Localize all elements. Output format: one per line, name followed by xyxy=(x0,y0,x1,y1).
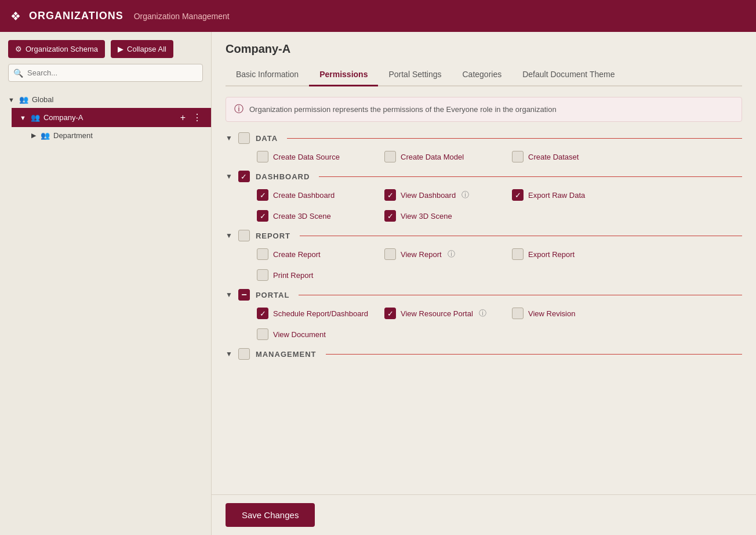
sidebar-item-global[interactable]: ▼ 👥 Global xyxy=(0,91,211,108)
tab-categories[interactable]: Categories xyxy=(452,64,513,86)
section-dashboard-items: ✓ Create Dashboard ✓ View Dashboard ⓘ ✓ xyxy=(226,189,742,222)
checkbox-view-revision[interactable] xyxy=(512,308,524,319)
list-item: Create Report xyxy=(257,248,384,260)
list-item: View Document xyxy=(257,328,384,340)
company-a-label: Company-A xyxy=(43,113,83,122)
page-title: Company-A xyxy=(226,42,742,56)
section-portal: ▼ − PORTAL ✓ Schedule Report/Dashboard xyxy=(226,289,742,340)
section-portal-chevron[interactable]: ▼ xyxy=(226,291,232,299)
save-changes-button[interactable]: Save Changes xyxy=(226,503,315,527)
list-item: View Report ⓘ xyxy=(384,248,512,260)
check-icon: ✓ xyxy=(387,191,394,200)
list-item: ✓ View 3D Scene xyxy=(384,210,512,222)
topbar-subtitle: Organization Management xyxy=(134,12,230,21)
info-circle-icon[interactable]: ⓘ xyxy=(461,190,469,200)
checkbox-create-data-model[interactable] xyxy=(384,151,396,162)
list-item: ✓ View Resource Portal ⓘ xyxy=(384,308,512,319)
global-label: Global xyxy=(32,95,54,104)
checkbox-create-data-source[interactable] xyxy=(257,151,268,162)
section-dashboard-checkbox[interactable]: ✓ xyxy=(238,171,250,182)
checkbox-schedule-report-dashboard[interactable]: ✓ xyxy=(257,308,268,319)
list-item: Create Dataset xyxy=(512,151,639,162)
collapse-icon: ▶ xyxy=(118,45,123,53)
content-area: Company-A Basic Information Permissions … xyxy=(212,32,756,535)
check-icon: ✓ xyxy=(515,191,521,200)
checkbox-view-dashboard[interactable]: ✓ xyxy=(384,189,396,201)
info-circle-icon: ⓘ xyxy=(234,103,243,115)
section-data: ▼ DATA Create Data Source Create Data Mo… xyxy=(226,132,742,162)
checkbox-create-report[interactable] xyxy=(257,248,268,260)
search-icon: 🔍 xyxy=(13,68,23,78)
tab-portal-settings[interactable]: Portal Settings xyxy=(378,64,452,86)
label-view-report: View Report xyxy=(401,250,442,259)
checkbox-view-3d-scene[interactable]: ✓ xyxy=(384,210,396,222)
label-export-raw-data: Export Raw Data xyxy=(528,191,585,200)
checkbox-create-dashboard[interactable]: ✓ xyxy=(257,189,268,201)
section-portal-label: PORTAL xyxy=(256,291,289,299)
list-item: Export Report xyxy=(512,248,639,260)
label-create-dashboard: Create Dashboard xyxy=(273,191,335,200)
checkbox-view-document[interactable] xyxy=(257,328,268,340)
org-node-icon: 👥 xyxy=(19,95,28,104)
collapse-all-button[interactable]: ▶ Collapse All xyxy=(111,40,173,58)
label-view-dashboard: View Dashboard xyxy=(401,191,456,200)
section-report-label: REPORT xyxy=(256,232,290,240)
checkbox-create-3d-scene[interactable]: ✓ xyxy=(257,210,268,222)
list-item: ✓ Schedule Report/Dashboard xyxy=(257,308,384,319)
search-input[interactable] xyxy=(8,64,203,82)
check-icon: ✓ xyxy=(241,172,247,181)
tab-default-document-theme[interactable]: Default Document Theme xyxy=(512,64,625,86)
checkbox-view-resource-portal[interactable]: ✓ xyxy=(384,308,396,319)
section-dashboard-chevron[interactable]: ▼ xyxy=(226,172,232,180)
list-item: ✓ Create Dashboard xyxy=(257,189,384,201)
chevron-icon: ▶ xyxy=(31,132,36,139)
org-node-icon: 👥 xyxy=(31,113,40,122)
section-management-chevron[interactable]: ▼ xyxy=(226,350,232,358)
chevron-icon: ▼ xyxy=(20,114,26,121)
organization-schema-button[interactable]: ⚙ Organization Schema xyxy=(8,40,105,58)
label-view-resource-portal: View Resource Portal xyxy=(401,309,473,318)
list-item: ✓ Create 3D Scene xyxy=(257,210,384,222)
check-icon: ✓ xyxy=(387,212,394,220)
tab-permissions[interactable]: Permissions xyxy=(309,64,378,86)
org-icon: ❖ xyxy=(10,9,21,23)
section-data-chevron[interactable]: ▼ xyxy=(226,134,232,142)
checkbox-create-dataset[interactable] xyxy=(512,151,524,162)
label-export-report: Export Report xyxy=(528,250,575,259)
section-dashboard-label: DASHBOARD xyxy=(256,172,310,181)
info-circle-icon[interactable]: ⓘ xyxy=(479,308,486,319)
check-icon: ✓ xyxy=(260,191,266,200)
list-item: ✓ Export Raw Data xyxy=(512,189,639,201)
label-view-3d-scene: View 3D Scene xyxy=(401,212,452,220)
sidebar-item-department[interactable]: ▶ 👥 Department xyxy=(23,127,211,144)
section-report-items: Create Report View Report ⓘ Export Repor… xyxy=(226,248,742,281)
department-label: Department xyxy=(53,131,93,140)
label-create-report: Create Report xyxy=(273,250,321,259)
topbar: ❖ ORGANIZATIONS Organization Management xyxy=(0,0,756,32)
sidebar-item-company-a[interactable]: ▼ 👥 Company-A + ⋮ xyxy=(12,108,211,127)
sidebar: ⚙ Organization Schema ▶ Collapse All 🔍 ▼… xyxy=(0,32,212,535)
section-data-items: Create Data Source Create Data Model Cre… xyxy=(226,151,742,162)
section-data-checkbox[interactable] xyxy=(238,132,250,144)
checkbox-export-report[interactable] xyxy=(512,248,524,260)
section-report-chevron[interactable]: ▼ xyxy=(226,232,232,240)
section-portal-checkbox[interactable]: − xyxy=(238,289,250,301)
more-options-button[interactable]: ⋮ xyxy=(191,112,203,123)
checkbox-view-report[interactable] xyxy=(384,248,396,260)
add-child-button[interactable]: + xyxy=(179,112,187,123)
label-create-3d-scene: Create 3D Scene xyxy=(273,212,331,220)
tabs-bar: Basic Information Permissions Portal Set… xyxy=(226,64,742,86)
save-bar: Save Changes xyxy=(212,494,756,535)
checkbox-export-raw-data[interactable]: ✓ xyxy=(512,189,524,201)
info-circle-icon[interactable]: ⓘ xyxy=(448,249,455,259)
label-create-data-source: Create Data Source xyxy=(273,153,340,161)
checkbox-print-report[interactable] xyxy=(257,269,268,281)
check-icon: ✓ xyxy=(260,309,266,318)
tab-basic-information[interactable]: Basic Information xyxy=(226,64,309,86)
section-report-checkbox[interactable] xyxy=(238,230,250,241)
label-create-dataset: Create Dataset xyxy=(528,153,579,161)
section-management-checkbox[interactable] xyxy=(238,348,250,360)
section-report: ▼ REPORT Create Report View Report ⓘ xyxy=(226,230,742,281)
permissions-body: ⓘ Organization permission represents the… xyxy=(212,86,756,494)
list-item: Create Data Source xyxy=(257,151,384,162)
